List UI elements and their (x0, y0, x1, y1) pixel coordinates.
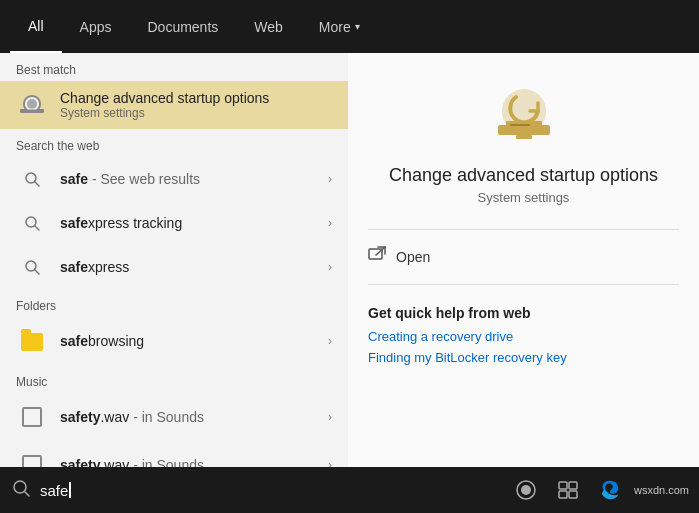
divider-1 (368, 229, 679, 230)
tab-web[interactable]: Web (236, 0, 301, 53)
tab-documents[interactable]: Documents (129, 0, 236, 53)
cortana-button[interactable] (508, 472, 544, 508)
best-match-title: Change advanced startup options (60, 90, 332, 106)
svg-rect-10 (510, 124, 530, 126)
tab-all[interactable]: All (10, 0, 62, 53)
svg-line-14 (25, 492, 29, 496)
search-input[interactable]: safe (40, 482, 68, 499)
web-result-safexpress-tracking[interactable]: safexpress tracking › (0, 201, 348, 245)
right-app-title: Change advanced startup options (368, 165, 679, 186)
best-match-subtitle: System settings (60, 106, 332, 120)
open-icon (368, 246, 386, 268)
svg-line-4 (35, 226, 39, 230)
svg-point-16 (521, 485, 531, 495)
chevron-right-icon-2: › (328, 216, 332, 230)
chevron-right-icon-6: › (328, 458, 332, 467)
music-safety-wav-1-title: safety.wav - in Sounds (60, 409, 328, 425)
web-result-safe[interactable]: safe - See web results › (0, 157, 348, 201)
music-icon-1 (16, 401, 48, 433)
svg-line-6 (35, 270, 39, 274)
web-result-safe-title: safe - See web results (60, 171, 328, 187)
open-label: Open (396, 249, 430, 265)
help-section: Get quick help from web Creating a recov… (368, 305, 679, 371)
taskbar-right: wsxdn.com (348, 467, 699, 513)
svg-line-12 (376, 247, 385, 255)
svg-rect-19 (559, 491, 567, 498)
left-panel: Best match Change advanced startup optio… (0, 53, 348, 467)
chevron-right-icon-3: › (328, 260, 332, 274)
svg-rect-8 (516, 135, 532, 139)
best-match-item[interactable]: Change advanced startup options System s… (0, 81, 348, 129)
text-cursor (69, 482, 71, 498)
music-icon-2 (16, 449, 48, 467)
taskbar-url-text: wsxdn.com (634, 484, 689, 496)
chevron-right-icon-4: › (328, 334, 332, 348)
svg-rect-20 (569, 491, 577, 498)
music-safety-wav-1[interactable]: safety.wav - in Sounds › (0, 393, 348, 441)
svg-point-13 (14, 481, 26, 493)
help-link-2[interactable]: Finding my BitLocker recovery key (368, 350, 679, 365)
search-bar-icon (12, 479, 30, 501)
main-content: Best match Change advanced startup optio… (0, 53, 699, 467)
chevron-down-icon: ▾ (355, 21, 360, 32)
help-link-1[interactable]: Creating a recovery drive (368, 329, 679, 344)
folder-icon (16, 325, 48, 357)
right-app-subtitle: System settings (368, 190, 679, 205)
tab-more[interactable]: More ▾ (301, 0, 378, 53)
search-bar[interactable]: safe (0, 467, 349, 513)
music-safety-wav-2-title: safety.wav - in Sounds (60, 457, 328, 467)
web-result-safexpress-tracking-title: safexpress tracking (60, 215, 328, 231)
music-safety-wav-2[interactable]: safety.wav - in Sounds › (0, 441, 348, 467)
search-icon (16, 163, 48, 195)
app-icon (484, 73, 564, 153)
divider-2 (368, 284, 679, 285)
right-panel: Change advanced startup options System s… (348, 53, 699, 467)
folder-safebrowsing-title: safebrowsing (60, 333, 328, 349)
svg-rect-17 (559, 482, 567, 489)
chevron-right-icon: › (328, 172, 332, 186)
tab-apps[interactable]: Apps (62, 0, 130, 53)
search-web-label: Search the web (0, 129, 348, 157)
folder-safebrowsing[interactable]: safebrowsing › (0, 317, 348, 365)
task-view-button[interactable] (550, 472, 586, 508)
web-result-safexpress-title: safexpress (60, 259, 328, 275)
edge-button[interactable] (592, 472, 628, 508)
music-label: Music (0, 365, 348, 393)
svg-rect-18 (569, 482, 577, 489)
help-title: Get quick help from web (368, 305, 679, 321)
startup-icon (16, 89, 48, 121)
chevron-right-icon-5: › (328, 410, 332, 424)
search-icon-2 (16, 207, 48, 239)
search-icon-3 (16, 251, 48, 283)
folders-label: Folders (0, 289, 348, 317)
open-action[interactable]: Open (368, 238, 679, 276)
svg-line-2 (35, 182, 39, 186)
web-result-safexpress[interactable]: safexpress › (0, 245, 348, 289)
nav-bar: All Apps Documents Web More ▾ (0, 0, 699, 53)
best-match-label: Best match (0, 53, 348, 81)
